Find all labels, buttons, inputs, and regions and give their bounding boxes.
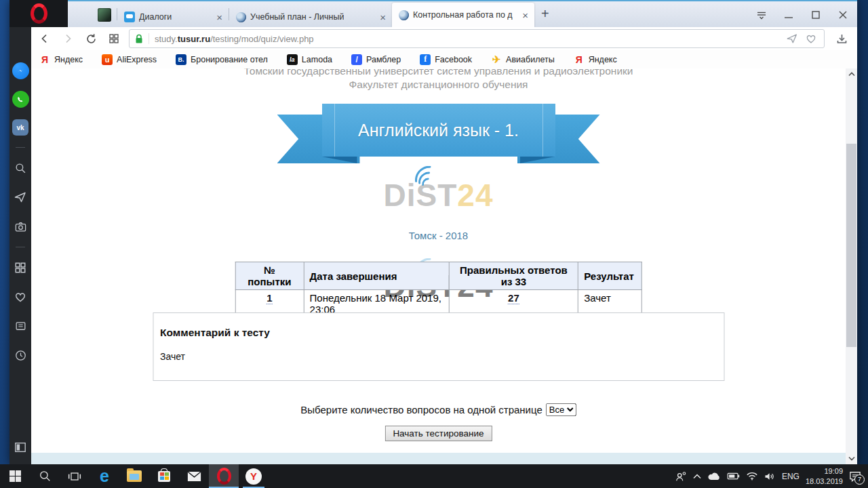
history-clock-icon[interactable] xyxy=(12,346,29,364)
attempt-number-link[interactable]: 1 xyxy=(267,292,272,304)
bookmark-aliexpress[interactable]: uAliExpress xyxy=(102,54,157,65)
onedrive-cloud-icon[interactable] xyxy=(707,472,721,481)
wifi-icon[interactable] xyxy=(746,472,758,481)
url-domain: tusur.ru xyxy=(178,34,210,44)
pinned-tab-thumbnail[interactable] xyxy=(98,8,111,22)
forward-icon[interactable] xyxy=(58,30,77,47)
bookmark-lamoda[interactable]: laLamoda xyxy=(287,54,332,65)
bookmark-yandex-2[interactable]: ЯЯндекс xyxy=(574,54,617,65)
whatsapp-icon[interactable] xyxy=(12,91,29,108)
start-test-row: Начать тестирование xyxy=(384,426,492,441)
battery-icon[interactable] xyxy=(727,472,740,480)
browser-toolbar: study.tusur.ru/testing/mod/quiz/view.php xyxy=(31,27,857,50)
university-line1: Томский государственный университет сист… xyxy=(31,68,846,78)
system-tray: ENG 19:09 18.03.2019 7 xyxy=(675,464,868,488)
tab-close-icon[interactable]: × xyxy=(378,12,388,23)
share-flow-icon[interactable] xyxy=(786,33,798,45)
bookmark-aviabilety[interactable]: ✈Авиабилеты xyxy=(491,54,555,65)
tab-close-icon[interactable]: × xyxy=(520,9,530,21)
bookmark-rambler[interactable]: /Рамблер xyxy=(351,54,401,65)
sidebar-settings-icon[interactable] xyxy=(12,439,29,456)
task-view-icon[interactable] xyxy=(60,464,90,488)
notification-badge: 7 xyxy=(854,474,865,485)
maximize-button[interactable] xyxy=(807,7,825,23)
file-explorer-icon[interactable] xyxy=(119,464,149,488)
bookmark-heart-icon[interactable] xyxy=(805,33,817,45)
opera-logo-icon xyxy=(31,3,47,24)
vertical-scrollbar[interactable] xyxy=(846,68,857,464)
bookmark-label: Facebook xyxy=(435,55,472,64)
col-header-finished: Дата завершения xyxy=(304,262,449,290)
bookmark-label: AliExpress xyxy=(117,55,157,64)
bookmark-label: Яндекс xyxy=(589,55,617,64)
scroll-down-icon[interactable] xyxy=(846,453,857,464)
taskbar-opera-icon[interactable] xyxy=(209,464,239,488)
taskbar-clock[interactable]: 19:09 18.03.2019 xyxy=(806,466,843,486)
tray-expand-chevron-icon[interactable] xyxy=(693,474,701,479)
url-prefix: study. xyxy=(155,34,178,44)
microsoft-store-icon[interactable] xyxy=(149,464,179,488)
downloads-icon[interactable] xyxy=(831,30,852,47)
bookmark-label: Lamoda xyxy=(302,55,332,64)
bookmarks-bar: ЯЯндекс uAliExpress B.Бронирование отел … xyxy=(31,50,857,69)
correct-answers-link[interactable]: 27 xyxy=(508,292,519,304)
city-year-subtitle: Томск - 2018 xyxy=(409,230,468,241)
search-icon[interactable] xyxy=(12,159,29,177)
snapshot-camera-icon[interactable] xyxy=(12,218,29,235)
sidebar-divider xyxy=(16,147,25,148)
desktop-background: { "colors": { "ribbon_blue": "#47a3d9", … xyxy=(0,0,868,488)
secure-lock-icon[interactable] xyxy=(130,33,149,44)
edge-icon[interactable]: e xyxy=(90,464,119,488)
tabs: Диалоги × Учебный план - Личный × Контро… xyxy=(75,1,549,27)
language-indicator[interactable]: ENG xyxy=(782,472,800,481)
comment-title: Комментарий к тесту xyxy=(160,327,724,339)
yandex-icon: Я xyxy=(39,54,50,65)
my-flow-icon[interactable] xyxy=(12,188,29,206)
bookmark-booking[interactable]: B.Бронирование отел xyxy=(176,54,268,65)
people-icon[interactable] xyxy=(675,471,687,482)
tab-menu-icon[interactable] xyxy=(753,7,770,23)
bookmark-label: Бронирование отел xyxy=(191,55,268,64)
tab-bar: Диалоги × Учебный план - Личный × Контро… xyxy=(9,1,857,27)
taskbar-search-icon[interactable] xyxy=(30,464,60,488)
airplane-icon: ✈ xyxy=(491,54,502,65)
tab-dialogs[interactable]: Диалоги × xyxy=(117,7,229,27)
questions-per-page-row: Выберите количество вопросов на одной ст… xyxy=(300,403,576,416)
tab-close-icon[interactable]: × xyxy=(214,12,224,23)
questions-per-page-select[interactable]: Все xyxy=(546,403,576,416)
action-center-icon[interactable]: 7 xyxy=(849,471,861,482)
university-header: Томский государственный университет сист… xyxy=(31,68,846,92)
scrollbar-thumb[interactable] xyxy=(846,144,856,347)
university-line2: Факультет дистанционного обучения xyxy=(31,78,846,92)
bookmarks-heart-icon[interactable] xyxy=(12,288,29,306)
minimize-button[interactable] xyxy=(780,7,797,23)
bookmark-yandex[interactable]: ЯЯндекс xyxy=(39,54,83,65)
speed-dial-icon[interactable] xyxy=(12,259,29,277)
volume-icon[interactable] xyxy=(764,472,776,481)
back-icon[interactable] xyxy=(35,30,54,47)
close-window-button[interactable] xyxy=(834,7,852,23)
tab-quiz-active[interactable]: Контрольная работа по д × xyxy=(392,3,534,27)
start-button[interactable] xyxy=(0,464,30,488)
taskbar-yandex-icon[interactable]: Y xyxy=(239,464,269,488)
comment-body: Зачет xyxy=(160,351,724,362)
reload-icon[interactable] xyxy=(81,30,100,47)
tab-study-plan[interactable]: Учебный план - Личный × xyxy=(229,7,392,27)
personal-news-icon[interactable] xyxy=(12,317,29,335)
start-test-button[interactable]: Начать тестирование xyxy=(384,426,492,441)
booking-icon: B. xyxy=(176,54,186,65)
tab-label: Учебный план - Личный xyxy=(250,12,344,22)
vk-icon[interactable]: vk xyxy=(12,119,28,136)
scroll-up-icon[interactable] xyxy=(846,68,857,80)
address-bar[interactable]: study.tusur.ru/testing/mod/quiz/view.php xyxy=(129,29,825,48)
bookmark-label: Яндекс xyxy=(54,55,83,64)
taskbar-time: 19:09 xyxy=(806,466,843,476)
course-title: Английский язык - 1. xyxy=(358,121,519,140)
speed-dial-grid-icon[interactable] xyxy=(104,30,123,47)
opera-menu-button[interactable] xyxy=(9,0,68,27)
bookmark-facebook[interactable]: fFacebook xyxy=(420,54,472,65)
mail-icon[interactable] xyxy=(179,464,209,488)
new-tab-button[interactable]: + xyxy=(541,6,549,22)
url-path: /testing/mod/quiz/view.php xyxy=(210,34,313,44)
messenger-icon[interactable] xyxy=(12,62,29,79)
